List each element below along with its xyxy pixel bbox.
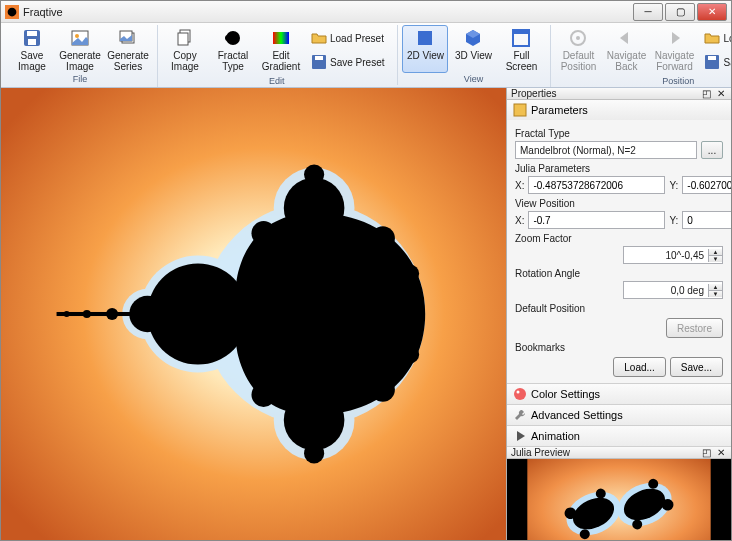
view-x-input[interactable] (528, 211, 665, 229)
image-icon (70, 28, 90, 48)
maximize-button[interactable]: ▢ (665, 3, 695, 21)
side-panel: Properties ◰ ✕ Parameters Fractal Type M… (506, 88, 731, 540)
save-bookmark-panel-button[interactable]: Save... (670, 357, 723, 377)
save-bookmark-button[interactable]: Save Bookmark (699, 51, 732, 73)
load-bookmark-label: Load Bookmark (723, 33, 732, 44)
fractal-type-button[interactable]: FractalType (210, 25, 256, 73)
toolbar: SaveImage GenerateImage GenerateSeries F… (1, 23, 731, 88)
svg-rect-18 (513, 30, 529, 34)
rotation-down-button[interactable]: ▼ (708, 290, 722, 297)
copy-image-button[interactable]: CopyImage (162, 25, 208, 73)
fractal-icon (223, 28, 243, 48)
bookmarks-label: Bookmarks (515, 342, 723, 353)
properties-header: Properties ◰ ✕ (507, 88, 731, 100)
copy-icon (175, 28, 195, 48)
view-position-label: View Position (515, 198, 723, 209)
section-animation: Animation (507, 426, 731, 447)
view-3d-label: 3D View (455, 50, 492, 61)
load-bookmark-panel-button[interactable]: Load... (613, 357, 666, 377)
load-preset-button[interactable]: Load Preset (306, 27, 391, 49)
generate-image-button[interactable]: GenerateImage (57, 25, 103, 73)
fractal-canvas[interactable] (1, 88, 506, 540)
view-3d-button[interactable]: 3D View (450, 25, 496, 73)
toolbar-group-position: DefaultPosition NavigateBack NavigateFor… (550, 25, 732, 87)
advanced-settings-title: Advanced Settings (531, 409, 623, 421)
svg-point-1 (8, 7, 17, 16)
view-3d-icon (463, 28, 483, 48)
gradient-icon (271, 28, 291, 48)
svg-point-35 (251, 221, 275, 245)
default-position-label: DefaultPosition (561, 50, 597, 72)
parameters-header[interactable]: Parameters (507, 100, 731, 120)
julia-params-label: Julia Parameters (515, 163, 723, 174)
toolbar-group-view: 2D View 3D View FullScreen View (397, 25, 548, 85)
window-title: Fraqtive (23, 6, 631, 18)
fractal-type-label: FractalType (218, 50, 249, 72)
save-preset-button[interactable]: Save Preset (306, 51, 391, 73)
zoom-spinner[interactable]: 10^-0,45 ▲▼ (623, 246, 723, 264)
zoom-down-button[interactable]: ▼ (708, 255, 722, 262)
animation-title: Animation (531, 430, 580, 442)
main-area: Properties ◰ ✕ Parameters Fractal Type M… (1, 88, 731, 540)
color-settings-header[interactable]: Color Settings (507, 384, 731, 404)
color-settings-title: Color Settings (531, 388, 600, 400)
properties-close-button[interactable]: ✕ (715, 88, 727, 99)
julia-undock-button[interactable]: ◰ (700, 447, 713, 458)
title-bar: Fraqtive ─ ▢ ✕ (1, 1, 731, 23)
full-screen-button[interactable]: FullScreen (498, 25, 544, 73)
edit-gradient-button[interactable]: EditGradient (258, 25, 304, 73)
view-x-label: X: (515, 215, 524, 226)
wrench-icon (513, 408, 527, 422)
play-icon (513, 429, 527, 443)
julia-close-button[interactable]: ✕ (715, 447, 727, 458)
julia-x-input[interactable] (528, 176, 665, 194)
navigate-back-label: NavigateBack (607, 50, 646, 72)
view-2d-button[interactable]: 2D View (402, 25, 448, 73)
zoom-label: Zoom Factor (515, 233, 723, 244)
save-preset-label: Save Preset (330, 57, 384, 68)
minimize-button[interactable]: ─ (633, 3, 663, 21)
svg-point-48 (514, 388, 526, 400)
svg-point-6 (75, 34, 79, 38)
default-position-button[interactable]: DefaultPosition (555, 25, 601, 73)
julia-preview-canvas[interactable] (507, 459, 731, 541)
load-bookmark-button[interactable]: Load Bookmark (699, 27, 732, 49)
svg-point-12 (225, 35, 231, 41)
svg-point-38 (371, 378, 395, 402)
julia-y-input[interactable] (682, 176, 732, 194)
julia-x-label: X: (515, 180, 524, 191)
svg-point-20 (576, 36, 580, 40)
svg-rect-10 (178, 33, 188, 45)
restore-button[interactable]: Restore (666, 318, 723, 338)
navigate-back-button[interactable]: NavigateBack (603, 25, 649, 73)
save-icon (22, 28, 42, 48)
save-bookmark-label: Save Bookmark (723, 57, 732, 68)
julia-preview-title: Julia Preview (511, 447, 570, 458)
svg-point-41 (304, 165, 324, 185)
section-advanced-settings: Advanced Settings (507, 405, 731, 426)
generate-series-button[interactable]: GenerateSeries (105, 25, 151, 73)
arrow-right-icon (664, 28, 684, 48)
view-y-input[interactable] (682, 211, 732, 229)
svg-rect-43 (57, 312, 150, 316)
svg-point-46 (64, 311, 70, 317)
animation-header[interactable]: Animation (507, 426, 731, 446)
series-icon (118, 28, 138, 48)
svg-rect-13 (273, 32, 289, 44)
copy-image-label: CopyImage (171, 50, 199, 72)
properties-undock-button[interactable]: ◰ (700, 88, 713, 99)
advanced-settings-header[interactable]: Advanced Settings (507, 405, 731, 425)
save-image-button[interactable]: SaveImage (9, 25, 55, 73)
rotation-spinner[interactable]: 0,0 deg ▲▼ (623, 281, 723, 299)
navigate-forward-button[interactable]: NavigateForward (651, 25, 697, 73)
fractal-type-browse-button[interactable]: ... (701, 141, 723, 159)
parameters-title: Parameters (531, 104, 588, 116)
svg-point-44 (106, 308, 118, 320)
svg-point-49 (517, 391, 520, 394)
close-button[interactable]: ✕ (697, 3, 727, 21)
view-2d-icon (415, 28, 435, 48)
generate-series-label: GenerateSeries (107, 50, 149, 72)
svg-point-33 (284, 390, 345, 451)
section-parameters: Parameters Fractal Type Mandelbrot (Norm… (507, 100, 731, 384)
svg-rect-47 (514, 104, 526, 116)
